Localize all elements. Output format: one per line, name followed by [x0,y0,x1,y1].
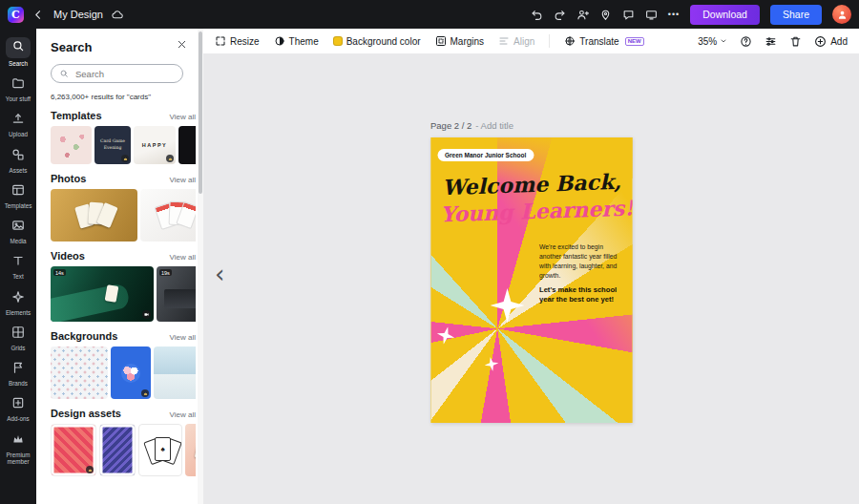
results-count: 6,263,000+ results for "cards" [51,93,202,101]
pro-badge-icon [121,155,129,162]
template-thumb-floral[interactable] [51,126,92,164]
sidebar-item-grids[interactable]: Grids [0,321,36,356]
avatar[interactable] [832,5,851,24]
view-all-link[interactable]: View all [170,253,196,262]
align-button[interactable]: Align [498,35,534,47]
add-page-button[interactable]: Add [814,35,848,48]
template-thumb-card-game[interactable]: Card Game Evening [94,126,131,164]
sidebar-item-search[interactable]: Search [0,32,36,72]
poster-body-text[interactable]: We're excited to begin another fantastic… [539,242,623,280]
sidebar-item-media[interactable]: Media [0,214,36,249]
background-thumb-mountains[interactable] [154,346,196,399]
redo-icon[interactable] [554,9,566,21]
background-thumb-flowers[interactable] [111,346,151,399]
photo-thumb-hand-cards[interactable] [140,189,196,242]
more-options-icon[interactable]: ••• [668,10,680,19]
sidebar-item-elements[interactable]: Elements [0,285,36,321]
sidebar-item-premium-member[interactable]: Premium member [0,428,36,470]
previous-page-chevron-icon[interactable]: ‹ [215,262,224,286]
document-title[interactable]: My Design [53,9,103,20]
present-icon[interactable] [645,9,658,21]
sidebar-item-add-ons[interactable]: Add-ons [0,391,36,427]
settings-sliders-icon[interactable] [765,35,777,48]
resize-button[interactable]: Resize [215,35,260,47]
pro-badge-icon [141,389,149,397]
search-input[interactable] [73,68,175,80]
photo-thumb-golden-cards[interactable] [51,189,137,242]
crown-icon [11,432,25,446]
section-title: Backgrounds [51,330,117,342]
sidebar-item-templates[interactable]: Templates [0,178,36,214]
background-color-button[interactable]: Background color [333,36,421,47]
theme-button[interactable]: Theme [274,35,319,47]
plus-circle-icon [814,35,827,48]
close-icon[interactable] [177,39,187,50]
editor-toolbar: Resize Theme Background color Margins Al… [203,29,859,53]
page-header: Page 2 / 2 - Add title [430,120,632,131]
resize-icon [215,35,226,47]
share-button[interactable]: Share [770,5,822,25]
sidebar-item-brands[interactable]: Brands [0,356,36,391]
design-page[interactable]: Green Manor Junior School Welcome Back, … [430,137,632,423]
elements-icon [11,290,25,304]
zoom-control[interactable]: 35% [698,36,727,47]
cloud-saved-icon [112,9,124,21]
asset-thumb-blue-card-back[interactable] [99,424,136,476]
sidebar-item-upload[interactable]: Upload [0,107,36,142]
translate-button[interactable]: Translate NEW [564,35,643,47]
search-box[interactable] [51,64,183,83]
help-icon[interactable] [740,35,752,48]
invite-people-icon[interactable] [576,9,589,21]
asset-thumb-fanned-cards[interactable]: ♠ [138,424,182,476]
theme-icon [274,35,285,47]
comment-icon[interactable] [622,9,635,21]
view-all-link[interactable]: View all [170,410,196,419]
grids-icon [11,326,25,339]
section-templates: Templates View all Card Game Evening HAP… [51,110,202,164]
templates-icon [11,183,25,197]
sidebar-item-your-stuff[interactable]: Your stuff [0,72,36,107]
sidebar-item-text[interactable]: Text [0,249,36,284]
undo-icon[interactable] [531,9,543,21]
section-photos: Photos View all [51,173,202,242]
sidebar-item-assets[interactable]: Assets [0,143,36,178]
poster-cta-text[interactable]: Let's make this school year the best one… [539,285,627,305]
video-thumb-laptop[interactable]: 19s [157,266,196,322]
section-title: Design assets [51,408,121,419]
top-bar-actions: ••• Download Share [531,5,851,25]
school-name-badge[interactable]: Green Manor Junior School [437,149,534,161]
back-icon[interactable] [32,9,45,21]
toolbar-divider [549,34,550,48]
download-button[interactable]: Download [690,5,760,25]
view-all-link[interactable]: View all [170,176,196,184]
color-swatch-icon [333,36,343,46]
location-pin-icon[interactable] [599,9,612,21]
view-all-link[interactable]: View all [170,113,196,121]
template-thumb-dark[interactable] [178,126,196,164]
sparkle-star-icon [490,288,524,323]
margins-button[interactable]: Margins [435,35,485,47]
view-all-link[interactable]: View all [170,333,196,342]
template-thumb-happy[interactable]: HAPPY [134,126,176,164]
video-thumb-card-table[interactable]: 14s [51,266,154,322]
background-thumb-pattern[interactable] [51,346,108,399]
section-backgrounds: Backgrounds View all [51,330,202,399]
margins-icon [435,35,447,47]
text-icon [11,254,25,267]
add-title-hint[interactable]: - Add title [475,120,513,131]
video-duration: 14s [53,269,66,276]
align-icon [498,35,510,47]
video-badge-icon [142,310,151,319]
asset-thumb-hand-card[interactable] [185,424,196,476]
asset-thumb-red-card-back[interactable] [51,424,96,476]
scrollbar-thumb[interactable] [199,32,202,194]
sparkle-star-icon [483,356,499,372]
canva-logo[interactable]: C [8,7,24,23]
delete-page-icon[interactable] [789,35,802,48]
assets-icon [11,148,25,161]
canvas-area[interactable]: Page 2 / 2 - Add title ‹ Green Manor Jun… [203,53,859,504]
section-title: Templates [51,110,102,121]
section-title: Videos [51,250,85,262]
page-indicator: Page 2 / 2 [430,120,471,131]
section-videos: Videos View all 14s 19s [51,250,202,322]
